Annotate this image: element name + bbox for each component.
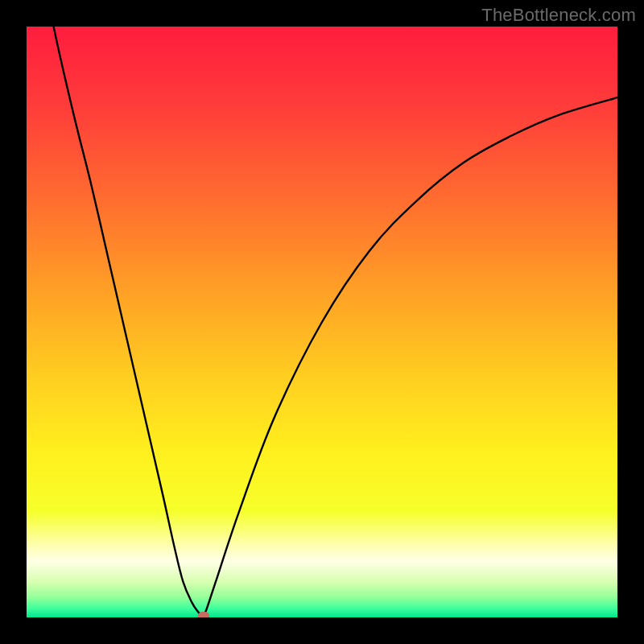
- plot-area: [27, 27, 617, 617]
- curve-line: [27, 27, 617, 617]
- chart-frame: TheBottleneck.com: [0, 0, 644, 644]
- watermark-label: TheBottleneck.com: [481, 5, 636, 26]
- optimal-point-marker: [198, 612, 209, 617]
